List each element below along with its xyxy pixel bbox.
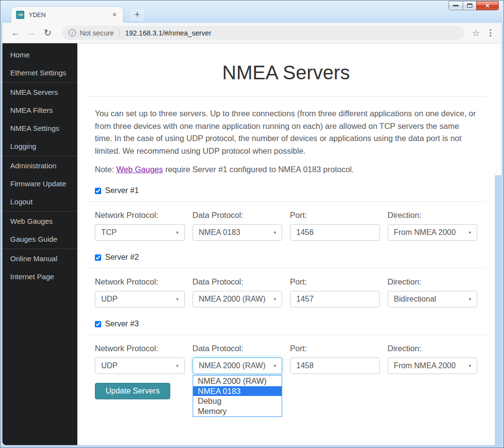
- server-1-port-input[interactable]: [290, 224, 380, 241]
- content-area: NMEA Servers You can set up to three ser…: [77, 43, 502, 445]
- direction-label: Direction:: [388, 277, 478, 287]
- address-bar[interactable]: i Not secure 192.168.3.1/#/nmea_server: [62, 26, 465, 40]
- selected-value: UDP: [101, 361, 118, 370]
- window-controls: ✕: [449, 1, 499, 10]
- update-servers-button[interactable]: Update Servers: [95, 383, 170, 399]
- sidebar: Home Ethernet Settings NMEA Servers NMEA…: [2, 43, 77, 445]
- server-2-port-input[interactable]: [290, 291, 380, 307]
- dropdown-option-memory[interactable]: Memory: [193, 406, 282, 416]
- network-protocol-label: Network Protocol:: [95, 344, 185, 353]
- data-protocol-label: Data Protocol:: [193, 277, 283, 287]
- server-2-enabled-checkbox[interactable]: [95, 254, 101, 261]
- back-icon[interactable]: ←: [9, 28, 22, 38]
- sidebar-item-firmware-update[interactable]: Firmware Update: [2, 175, 77, 193]
- sidebar-item-administration[interactable]: Administration: [2, 157, 77, 175]
- forward-icon[interactable]: →: [25, 28, 38, 38]
- sidebar-item-ethernet-settings[interactable]: Ethernet Settings: [2, 64, 77, 82]
- server-3-header: Server #3: [95, 320, 477, 328]
- info-icon[interactable]: i: [69, 29, 76, 36]
- server-2-label: Server #2: [105, 253, 139, 262]
- sidebar-item-web-gauges[interactable]: Web Gauges: [2, 212, 77, 230]
- tab-close-icon[interactable]: ✕: [111, 11, 118, 19]
- chevron-down-icon: ▼: [468, 364, 472, 368]
- direction-label: Direction:: [388, 211, 478, 220]
- server-1-enabled-checkbox[interactable]: [95, 188, 101, 194]
- selected-value: Bidirectional: [394, 295, 436, 304]
- security-label: Not secure: [80, 29, 114, 37]
- chevron-down-icon: ▼: [273, 231, 277, 235]
- scrollbar-track[interactable]: [495, 43, 502, 445]
- sidebar-item-nmea-filters[interactable]: NMEA Filters: [2, 101, 77, 119]
- browser-toolbar: ← → ↻ i Not secure 192.168.3.1/#/nmea_se…: [2, 23, 502, 43]
- server-1-header: Server #1: [95, 186, 477, 195]
- close-window-button[interactable]: ✕: [476, 1, 499, 10]
- browser-menu-icon[interactable]: ⋮: [484, 28, 497, 38]
- server-2-data-protocol-select[interactable]: NMEA 2000 (RAW)▼: [193, 291, 283, 307]
- sidebar-item-gauges-guide[interactable]: Gauges Guide: [2, 230, 77, 248]
- minimize-icon: [453, 5, 459, 6]
- reload-icon[interactable]: ↻: [41, 27, 54, 38]
- titlebar: YD YDEN ✕ + ✕: [2, 0, 502, 23]
- network-protocol-label: Network Protocol:: [95, 211, 185, 220]
- sidebar-divider: [2, 82, 77, 83]
- server-3-direction-select[interactable]: From NMEA 2000▼: [388, 358, 478, 374]
- chevron-down-icon: ▼: [273, 297, 277, 302]
- selected-value: NMEA 2000 (RAW): [199, 361, 266, 370]
- server-1-data-protocol-select[interactable]: NMEA 0183▼: [193, 224, 283, 241]
- sidebar-item-home[interactable]: Home: [2, 46, 77, 64]
- server-1-label: Server #1: [105, 186, 139, 195]
- server-2-network-protocol-select[interactable]: UDP▼: [95, 291, 185, 307]
- title-divider: [86, 96, 486, 97]
- selected-value: From NMEA 2000: [394, 228, 456, 237]
- sidebar-item-logout[interactable]: Logout: [2, 193, 77, 211]
- browser-tab[interactable]: YD YDEN ✕: [11, 7, 123, 23]
- server-1-direction-select[interactable]: From NMEA 2000▼: [388, 224, 478, 241]
- dropdown-option-nmea-0183[interactable]: NMEA 0183: [193, 386, 282, 396]
- bookmark-star-icon[interactable]: ☆: [469, 28, 482, 38]
- dropdown-option-debug[interactable]: Debug: [193, 396, 282, 406]
- scrollbar-thumb[interactable]: [495, 43, 502, 176]
- server-3-data-protocol-select[interactable]: NMEA 2000 (RAW)▼: [193, 358, 283, 374]
- main-area: Home Ethernet Settings NMEA Servers NMEA…: [2, 43, 502, 445]
- port-label: Port:: [290, 211, 380, 220]
- sidebar-item-nmea-settings[interactable]: NMEA Settings: [2, 119, 77, 137]
- port-label: Port:: [290, 277, 380, 287]
- server-2-fields: Network Protocol: UDP▼ Data Protocol: NM…: [95, 277, 477, 307]
- maximize-button[interactable]: [463, 1, 477, 10]
- section-divider: [86, 268, 486, 269]
- chevron-down-icon: ▼: [273, 364, 277, 368]
- browser-window: YD YDEN ✕ + ✕ ← → ↻ i Not secure 192.168…: [0, 0, 504, 448]
- tab-title: YDEN: [29, 12, 111, 18]
- selected-value: TCP: [101, 228, 117, 237]
- server-1-network-protocol-select[interactable]: TCP▼: [95, 224, 185, 241]
- nmea-servers-page: NMEA Servers You can set up to three ser…: [77, 43, 495, 445]
- intro-text: You can set up to three servers. Up to t…: [95, 108, 477, 157]
- server-3-network-protocol-select[interactable]: UDP▼: [95, 358, 185, 374]
- data-protocol-label: Data Protocol:: [193, 211, 283, 220]
- server-3-port-input[interactable]: [290, 358, 380, 374]
- note-prefix: Note:: [95, 165, 116, 174]
- sidebar-item-online-manual[interactable]: Online Manual: [2, 250, 77, 268]
- server-2-header: Server #2: [95, 253, 477, 262]
- note-text: Note: Web Gauges require Server #1 confi…: [95, 165, 477, 174]
- page-title: NMEA Servers: [95, 62, 477, 84]
- selected-value: From NMEA 2000: [394, 361, 456, 370]
- sidebar-divider: [2, 156, 77, 156]
- sidebar-item-logging[interactable]: Logging: [2, 137, 77, 155]
- url-separator: [119, 29, 120, 37]
- data-protocol-label: Data Protocol:: [193, 344, 283, 353]
- web-gauges-link[interactable]: Web Gauges: [116, 165, 163, 174]
- chevron-down-icon: ▼: [468, 297, 472, 302]
- site-favicon-icon: YD: [16, 11, 24, 19]
- sidebar-item-internet-page[interactable]: Internet Page: [2, 268, 77, 286]
- network-protocol-label: Network Protocol:: [95, 277, 185, 287]
- section-divider: [86, 201, 486, 202]
- server-3-enabled-checkbox[interactable]: [95, 321, 101, 327]
- selected-value: UDP: [101, 295, 118, 304]
- server-1-section: Server #1 Network Protocol: TCP▼ Data Pr…: [95, 186, 477, 241]
- server-2-direction-select[interactable]: Bidirectional▼: [388, 291, 478, 307]
- new-tab-button[interactable]: +: [130, 9, 144, 21]
- minimize-button[interactable]: [449, 1, 463, 10]
- sidebar-item-nmea-servers[interactable]: NMEA Servers: [2, 83, 77, 101]
- dropdown-option-nmea-2000-raw[interactable]: NMEA 2000 (RAW): [193, 376, 282, 386]
